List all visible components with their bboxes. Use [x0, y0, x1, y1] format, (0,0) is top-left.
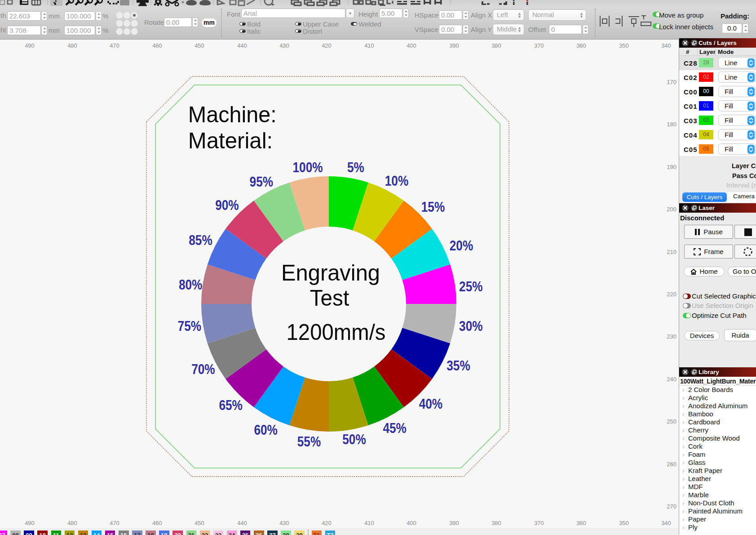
svg-text:25%: 25% — [459, 279, 482, 294]
svg-text:5%: 5% — [347, 160, 364, 175]
svg-text:95%: 95% — [250, 174, 273, 190]
svg-text:80%: 80% — [179, 277, 202, 293]
svg-text:Engraving: Engraving — [281, 260, 380, 285]
svg-text:70%: 70% — [191, 361, 215, 377]
svg-text:10%: 10% — [385, 173, 408, 188]
svg-text:60%: 60% — [254, 422, 277, 438]
svg-text:65%: 65% — [219, 397, 242, 413]
svg-text:15%: 15% — [421, 199, 445, 214]
svg-text:90%: 90% — [215, 197, 239, 213]
svg-text:50%: 50% — [342, 431, 366, 447]
svg-text:Machine:: Machine: — [188, 102, 277, 127]
svg-text:Test: Test — [310, 285, 349, 310]
svg-text:30%: 30% — [459, 318, 482, 334]
svg-text:100%: 100% — [293, 160, 323, 175]
svg-text:Material:: Material: — [188, 128, 273, 153]
svg-text:1200mm/s: 1200mm/s — [287, 320, 386, 345]
svg-text:85%: 85% — [189, 232, 212, 248]
svg-text:20%: 20% — [450, 238, 473, 254]
svg-text:35%: 35% — [447, 357, 470, 373]
svg-text:75%: 75% — [178, 318, 201, 334]
svg-text:45%: 45% — [383, 420, 406, 436]
svg-text:40%: 40% — [419, 396, 442, 411]
svg-text:55%: 55% — [297, 434, 321, 450]
